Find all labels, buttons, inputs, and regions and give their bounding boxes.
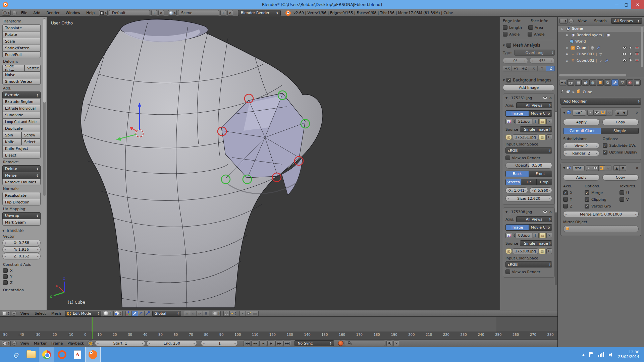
operator-panel-header[interactable]: ▼ Translate xyxy=(2,228,47,233)
subsurf-render-toggle-icon[interactable] xyxy=(587,110,594,116)
timeline-menu-item[interactable]: Playback xyxy=(65,341,86,346)
face-area-checkbox[interactable] xyxy=(528,25,533,30)
outliner-item-cube[interactable]: ⊕ ▽ Cube | xyxy=(558,45,644,51)
edge-angle-checkbox[interactable] xyxy=(503,32,507,37)
image-1-axis-select[interactable]: All Views▲▼ xyxy=(516,102,552,108)
mirror-merge-checkbox[interactable]: ✓ xyxy=(585,190,589,195)
mesh-analysis-expand-icon[interactable]: ▼ xyxy=(503,44,505,47)
constraint-x-checkbox[interactable] xyxy=(3,268,8,273)
previous-keyframe-button[interactable]: ◀◀ xyxy=(251,341,259,346)
image-2-view-as-render-checkbox[interactable] xyxy=(505,269,510,274)
timeline-menu-item[interactable]: View xyxy=(18,341,32,346)
selectability-arrow-icon[interactable] xyxy=(629,46,632,50)
merge-menu-button[interactable]: Merge▲▼ xyxy=(2,172,41,179)
duplicate-button[interactable]: Duplicate xyxy=(2,125,41,132)
axis-minus-x-button[interactable]: -X xyxy=(529,66,538,71)
slide-edge-button[interactable]: Slide Edge xyxy=(2,65,24,71)
image-2-expand-icon[interactable]: ▼ xyxy=(505,210,507,214)
image-2-unlink-button[interactable]: ✕ xyxy=(546,233,552,238)
image-1-open-folder-icon[interactable]: ▤ xyxy=(539,119,546,124)
viewport-menu-item[interactable]: Mesh xyxy=(49,311,64,316)
toolshelf-scrollbar[interactable] xyxy=(43,18,46,196)
visibility-eye-icon[interactable] xyxy=(622,46,627,50)
axis-minus-z-button[interactable]: -Z xyxy=(546,66,555,71)
image-2-reload-button[interactable]: ↻ xyxy=(546,248,552,254)
layers-grid-icon[interactable]: ⠿ xyxy=(203,311,209,316)
outliner-vscrollbar[interactable] xyxy=(641,27,643,67)
minimize-button[interactable]: — xyxy=(612,0,622,9)
mirror-render-toggle-icon[interactable] xyxy=(586,165,592,171)
jump-to-start-button[interactable]: |◀◀ xyxy=(243,341,251,346)
mesh-analysis-checkbox[interactable] xyxy=(506,43,511,48)
transform-orientation-select[interactable]: Global▲▼ xyxy=(152,311,181,316)
unwrap-menu-button[interactable]: Unwrap▲▼ xyxy=(2,212,41,219)
collapse-viewport-menus-button[interactable]: − xyxy=(12,311,16,316)
manipulator-scale-icon[interactable] xyxy=(145,311,151,316)
next-keyframe-button[interactable]: ▶▶ xyxy=(275,341,283,346)
tray-network-icon[interactable] xyxy=(598,352,604,357)
current-frame-field[interactable]: ◂1▸ xyxy=(201,340,238,346)
timeline-menu-item[interactable]: Marker xyxy=(32,341,49,346)
constraint-y-checkbox[interactable] xyxy=(3,274,8,279)
image-2-path-field[interactable]: 175308.jpg xyxy=(513,248,538,254)
tab-world[interactable]: ◍ xyxy=(589,79,596,86)
taskbar-origin-icon[interactable] xyxy=(54,347,70,362)
image-1-colorspace-select[interactable]: sRGB▲▼ xyxy=(505,147,552,154)
spin-button[interactable]: Spin xyxy=(2,132,21,138)
subdivide-button[interactable]: Subdivide xyxy=(2,112,41,118)
image-1-stretch-toggle[interactable]: Stretch xyxy=(506,179,521,185)
renderability-camera-icon[interactable] xyxy=(635,58,639,63)
editor-type-3dview-button[interactable]: ▲▼ xyxy=(2,311,10,316)
axis-plus-y-button[interactable]: +Y xyxy=(512,66,521,71)
layer-cube-3-icon[interactable]: ▱ xyxy=(197,311,203,316)
tab-texture[interactable]: ▦ xyxy=(634,79,641,86)
manipulator-axes-icon[interactable] xyxy=(125,311,132,316)
image-1-file-field[interactable]: 51.jpg xyxy=(516,119,532,124)
render-ao-icon[interactable]: ⌁ xyxy=(239,311,246,316)
delete-layout-button[interactable]: ✕ xyxy=(158,10,164,16)
mirror-copy-button[interactable]: Copy xyxy=(602,174,639,181)
image-1-expand-icon[interactable]: ▼ xyxy=(505,97,507,100)
timeline-menu-item[interactable]: Frame xyxy=(49,341,65,346)
subsurf-editmode-toggle-icon[interactable] xyxy=(600,110,606,116)
image-1-back-toggle[interactable]: Back xyxy=(506,171,529,177)
editor-type-timeline-button[interactable]: ▲▼ xyxy=(2,341,11,346)
proportional-edit-button[interactable]: ▲▼ xyxy=(212,311,221,316)
translate-button[interactable]: Translate xyxy=(2,24,41,31)
play-button[interactable]: ▶ xyxy=(267,341,275,346)
expander-icon[interactable]: ⊕ xyxy=(565,46,569,50)
image-2-path-folder-icon[interactable]: ▤ xyxy=(539,248,545,254)
close-button[interactable]: ✕ xyxy=(631,0,644,9)
mirror-v-checkbox[interactable] xyxy=(620,197,624,202)
editor-type-outliner-button[interactable]: ☰▲▼ xyxy=(559,18,568,24)
expander-icon[interactable]: ⊕ xyxy=(565,53,569,56)
image-1-opacity-slider[interactable]: Opacity: 0.500 xyxy=(505,162,552,169)
image-2-close-icon[interactable]: ✕ xyxy=(549,210,552,214)
tab-render[interactable] xyxy=(567,79,574,86)
image-2-image-toggle[interactable]: Image xyxy=(506,225,529,230)
image-1-image-toggle[interactable]: Image xyxy=(506,111,529,116)
frame-start-field[interactable]: ◂Start: 1▸ xyxy=(95,340,145,346)
smooth-vertex-button[interactable]: Smooth Vertex xyxy=(2,78,41,85)
extrude-individual-button[interactable]: Extrude Individual xyxy=(2,105,41,112)
image-2-open-folder-icon[interactable]: ▤ xyxy=(539,233,546,238)
insert-keyframe-button[interactable] xyxy=(386,341,392,346)
tray-action-center-icon[interactable] xyxy=(589,352,593,357)
outliner-hscrollbar[interactable] xyxy=(559,74,626,76)
jump-to-end-button[interactable]: ▶▶| xyxy=(283,341,291,346)
npanel-scrollbar[interactable] xyxy=(555,111,557,285)
mirror-expand-icon[interactable]: ▼ xyxy=(563,167,565,170)
viewport-menu-item[interactable]: View xyxy=(18,311,32,316)
delete-menu-button[interactable]: Delete▲▼ xyxy=(2,165,41,172)
taskbar-blender-icon[interactable] xyxy=(85,347,101,362)
subsurf-simple-toggle[interactable]: Simple xyxy=(601,128,638,134)
expander-icon[interactable]: ⊕ xyxy=(565,34,569,37)
render-engine-select[interactable]: Blender Render▲▼ xyxy=(238,10,281,16)
visibility-eye-icon[interactable] xyxy=(622,58,627,63)
subsurf-delete-icon[interactable]: ✕ xyxy=(636,111,639,115)
outliner-item-cube001[interactable]: ⊕ ▽ Cube.001 | ▽ xyxy=(558,51,644,57)
image-2-axis-select[interactable]: All Views▲▼ xyxy=(516,216,552,222)
outliner-item-renderlayers[interactable]: ⊕ RenderLayers | xyxy=(558,32,644,38)
manipulator-translate-icon[interactable] xyxy=(132,311,138,316)
noise-button[interactable]: Noise xyxy=(2,71,41,78)
